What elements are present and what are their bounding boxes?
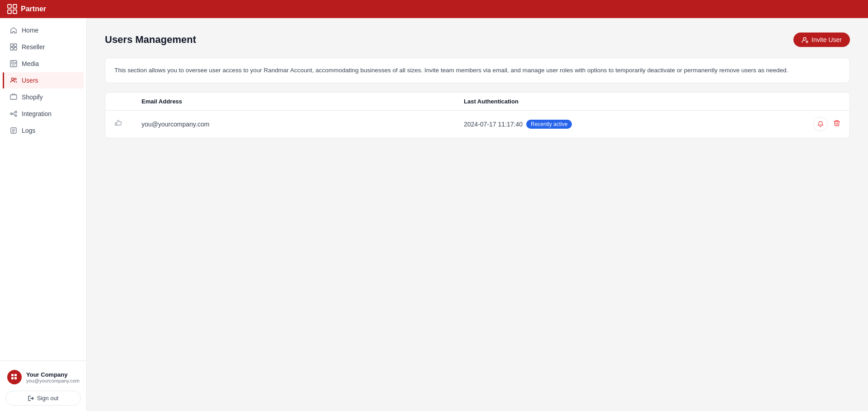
sidebar-item-integration[interactable]: Integration [3, 106, 84, 122]
users-icon [10, 77, 17, 84]
svg-rect-5 [14, 44, 17, 47]
main-layout: Home Reseller Media Use [0, 18, 868, 411]
sidebar-label-shopify: Shopify [22, 93, 43, 101]
company-details: Your Company you@yourcompany.com [26, 371, 80, 383]
sidebar-label-media: Media [22, 60, 39, 67]
logo-icon [7, 4, 17, 14]
avatar [7, 370, 22, 384]
topbar: Partner [0, 0, 868, 18]
company-info: Your Company you@yourcompany.com [5, 366, 81, 388]
invite-user-icon [802, 36, 809, 43]
svg-line-20 [12, 114, 15, 115]
svg-point-13 [12, 78, 14, 80]
sidebar-item-reseller[interactable]: Reseller [3, 39, 84, 55]
svg-point-30 [803, 37, 806, 40]
sign-out-button[interactable]: Sign out [5, 391, 81, 406]
invite-user-button[interactable]: Invite User [793, 33, 850, 47]
sidebar-item-users[interactable]: Users [3, 72, 84, 89]
row-email-cell: you@yourcompany.com [142, 121, 464, 128]
page-header: Users Management Invite User [105, 33, 850, 47]
info-text: This section allows you to oversee user … [114, 67, 788, 74]
logo: Partner [7, 4, 46, 14]
trash-icon [833, 120, 840, 127]
users-table: Email Address Last Authentication you@yo… [105, 92, 850, 138]
home-icon [10, 27, 17, 34]
bell-icon [817, 121, 824, 127]
invite-button-label: Invite User [811, 36, 842, 43]
svg-rect-0 [8, 5, 11, 8]
sign-out-icon [28, 395, 34, 402]
user-email: you@yourcompany.com [142, 121, 209, 128]
table-header: Email Address Last Authentication [105, 93, 849, 111]
svg-rect-7 [14, 47, 17, 50]
sidebar-item-shopify[interactable]: Shopify [3, 89, 84, 105]
row-auth-cell: 2024-07-17 11:17:40 Recently active [464, 120, 786, 129]
svg-point-16 [10, 113, 12, 115]
sidebar-label-reseller: Reseller [22, 43, 45, 51]
svg-rect-33 [115, 123, 117, 126]
col-email: Email Address [142, 98, 464, 105]
sidebar-label-home: Home [22, 27, 38, 34]
shopify-icon [10, 93, 17, 101]
sign-out-label: Sign out [37, 395, 59, 402]
last-auth-time: 2024-07-17 11:17:40 [464, 121, 523, 128]
sidebar-label-users: Users [22, 77, 38, 84]
company-name: Your Company [26, 371, 80, 378]
reseller-icon [10, 43, 17, 51]
company-email: you@yourcompany.com [26, 378, 80, 383]
svg-rect-15 [10, 95, 17, 99]
bell-button[interactable] [813, 117, 828, 131]
svg-point-14 [14, 78, 16, 80]
svg-rect-4 [10, 44, 13, 47]
table-row: you@yourcompany.com 2024-07-17 11:17:40 … [105, 111, 849, 138]
svg-rect-25 [11, 374, 14, 376]
sidebar-item-home[interactable]: Home [3, 22, 84, 38]
row-actions-cell [786, 117, 840, 131]
svg-rect-26 [14, 374, 17, 376]
row-icon-cell [114, 119, 142, 129]
status-badge: Recently active [526, 120, 572, 129]
main-content: Users Management Invite User This sectio… [87, 18, 868, 411]
info-box: This section allows you to oversee user … [105, 58, 850, 83]
sidebar-label-logs: Logs [22, 127, 35, 134]
sidebar-label-integration: Integration [22, 110, 52, 117]
page-title: Users Management [105, 34, 196, 46]
svg-rect-28 [14, 377, 17, 379]
sidebar-footer: Your Company you@yourcompany.com Sign ou… [0, 360, 86, 411]
svg-rect-6 [10, 47, 13, 50]
sidebar: Home Reseller Media Use [0, 18, 87, 411]
col-actions [786, 98, 840, 105]
sidebar-nav: Home Reseller Media Use [0, 18, 86, 360]
sidebar-item-media[interactable]: Media [3, 56, 84, 72]
svg-line-19 [12, 112, 15, 114]
svg-rect-2 [8, 10, 11, 14]
svg-rect-9 [12, 62, 14, 64]
svg-rect-27 [11, 377, 14, 379]
col-last-auth: Last Authentication [464, 98, 786, 105]
delete-button[interactable] [833, 120, 840, 129]
thumbs-up-icon [114, 119, 123, 129]
integration-icon [10, 110, 17, 117]
logo-text: Partner [21, 5, 46, 13]
col-icon [114, 98, 142, 105]
svg-rect-1 [13, 5, 17, 8]
media-icon [10, 60, 17, 67]
sidebar-item-logs[interactable]: Logs [3, 122, 84, 139]
svg-point-17 [15, 111, 17, 113]
svg-point-18 [15, 115, 17, 117]
logs-icon [10, 127, 17, 134]
svg-rect-3 [13, 10, 17, 14]
